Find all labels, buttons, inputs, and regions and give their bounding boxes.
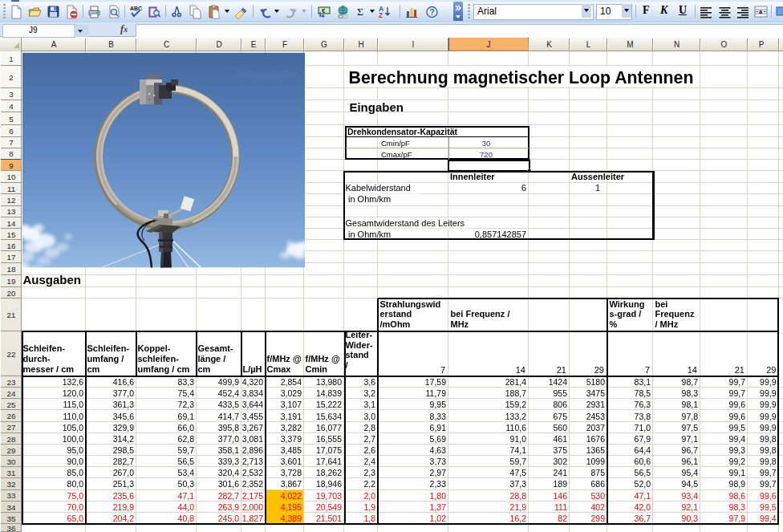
svg-text:75,0: 75,0 — [67, 491, 84, 501]
svg-text:1676: 1676 — [586, 434, 606, 444]
svg-text:B: B — [108, 40, 114, 49]
svg-text:1424: 1424 — [549, 377, 568, 387]
svg-text:2,6: 2,6 — [363, 445, 375, 455]
svg-text:29: 29 — [766, 365, 776, 375]
svg-text:245,0: 245,0 — [218, 514, 239, 523]
svg-text:15,634: 15,634 — [316, 412, 342, 421]
svg-text:85,0: 85,0 — [67, 468, 84, 477]
svg-text:3,191: 3,191 — [281, 412, 302, 421]
svg-text:2,896: 2,896 — [242, 445, 263, 455]
svg-text:Schleifen-: Schleifen- — [23, 343, 66, 353]
svg-text:414,7: 414,7 — [218, 412, 239, 421]
svg-text:2,3: 2,3 — [363, 468, 375, 477]
svg-text:69,1: 69,1 — [178, 412, 195, 421]
svg-text:/: / — [346, 360, 348, 370]
svg-text:15,222: 15,222 — [316, 400, 342, 409]
svg-text:4,63: 4,63 — [430, 445, 447, 455]
svg-text:cm: cm — [87, 364, 100, 374]
svg-text:37,3: 37,3 — [510, 479, 527, 489]
svg-text:100,0: 100,0 — [63, 434, 83, 444]
svg-text:99,4: 99,4 — [729, 434, 746, 444]
svg-text:99,9: 99,9 — [760, 388, 777, 398]
svg-text:3,867: 3,867 — [281, 479, 302, 489]
svg-text:21: 21 — [7, 311, 16, 319]
svg-text:2,7: 2,7 — [363, 434, 375, 444]
svg-text:Strahlungswid: Strahlungswid — [380, 299, 441, 309]
svg-text:97,9: 97,9 — [729, 514, 746, 523]
svg-text:299: 299 — [590, 514, 605, 523]
svg-text:282,7: 282,7 — [113, 457, 134, 466]
svg-text:267,0: 267,0 — [113, 468, 134, 477]
svg-text:47,1: 47,1 — [178, 491, 195, 501]
svg-text:4,022: 4,022 — [281, 491, 302, 501]
svg-text:395,8: 395,8 — [218, 423, 239, 433]
svg-text:21,9: 21,9 — [510, 502, 527, 512]
svg-text:52,0: 52,0 — [635, 479, 651, 489]
svg-text:17: 17 — [7, 253, 16, 262]
svg-text:18,262: 18,262 — [316, 468, 342, 477]
svg-text:3,834: 3,834 — [242, 388, 263, 398]
svg-text:3475: 3475 — [586, 388, 606, 398]
svg-text:90,0: 90,0 — [67, 457, 84, 466]
svg-text:720: 720 — [480, 150, 493, 159]
svg-text:159,2: 159,2 — [505, 400, 526, 409]
svg-text:99,8: 99,8 — [760, 434, 777, 444]
svg-text:Innenleiter: Innenleiter — [450, 172, 495, 181]
svg-text:91,0: 91,0 — [510, 434, 527, 444]
svg-text:560: 560 — [553, 423, 567, 433]
svg-text:11,79: 11,79 — [426, 388, 447, 398]
svg-text:N: N — [674, 40, 680, 49]
svg-text:219,9: 219,9 — [113, 502, 134, 512]
svg-text:1365: 1365 — [586, 445, 606, 455]
svg-text:Cmin/pF: Cmin/pF — [381, 139, 410, 148]
svg-text:120,0: 120,0 — [63, 388, 83, 398]
svg-text:10: 10 — [7, 173, 16, 181]
svg-text:105,0: 105,0 — [63, 423, 83, 433]
svg-text:4,389: 4,389 — [281, 514, 302, 523]
svg-text:19,703: 19,703 — [316, 491, 342, 501]
svg-text:98,3: 98,3 — [729, 502, 746, 512]
svg-text:99,7: 99,7 — [729, 388, 746, 398]
svg-text:M: M — [627, 40, 633, 49]
svg-text:99,1: 99,1 — [729, 468, 746, 477]
svg-text:f/MHz @: f/MHz @ — [306, 354, 340, 363]
svg-text:2,352: 2,352 — [242, 479, 263, 489]
svg-text:Koppel-: Koppel- — [138, 343, 171, 353]
svg-text:13,980: 13,980 — [316, 377, 342, 387]
svg-text:A: A — [51, 40, 57, 49]
svg-text:8: 8 — [9, 149, 14, 158]
svg-text:146: 146 — [553, 491, 567, 501]
svg-text:Z: Z — [379, 11, 383, 19]
svg-text:375: 375 — [553, 445, 567, 455]
svg-text:110,0: 110,0 — [63, 412, 84, 421]
svg-text:1,37: 1,37 — [430, 502, 447, 512]
svg-text:2,532: 2,532 — [242, 468, 263, 477]
svg-text:K: K — [546, 40, 552, 49]
svg-text:189: 189 — [553, 479, 567, 489]
svg-text:70,0: 70,0 — [67, 502, 84, 512]
svg-text:11: 11 — [7, 185, 15, 193]
svg-text:99,9: 99,9 — [760, 377, 777, 387]
svg-text:O: O — [721, 40, 728, 49]
svg-text:1,80: 1,80 — [430, 491, 447, 501]
svg-text:44,0: 44,0 — [178, 502, 195, 512]
svg-text:länge /: länge / — [198, 354, 226, 363]
svg-text:umfang /: umfang / — [87, 354, 124, 363]
svg-text:17,59: 17,59 — [425, 377, 446, 387]
svg-text:Berechnung magnetischer Loop A: Berechnung magnetischer Loop Antennen — [349, 68, 694, 87]
svg-text:E: E — [251, 40, 257, 49]
svg-text:6,91: 6,91 — [430, 423, 447, 433]
svg-text:0,857142857: 0,857142857 — [475, 229, 526, 239]
svg-text:32: 32 — [7, 480, 16, 489]
svg-text:40,8: 40,8 — [178, 514, 195, 523]
svg-text:99,7: 99,7 — [760, 468, 777, 477]
svg-text:80,0: 80,0 — [67, 479, 84, 489]
svg-text:25: 25 — [7, 400, 16, 409]
svg-text:C: C — [164, 40, 169, 49]
svg-text:3,282: 3,282 — [281, 423, 302, 433]
svg-text:Cmax: Cmax — [267, 364, 292, 374]
svg-text:19: 19 — [7, 277, 16, 286]
svg-text:204,2: 204,2 — [113, 514, 134, 523]
svg-text:806: 806 — [553, 400, 567, 409]
svg-text:Cmin: Cmin — [306, 364, 328, 374]
